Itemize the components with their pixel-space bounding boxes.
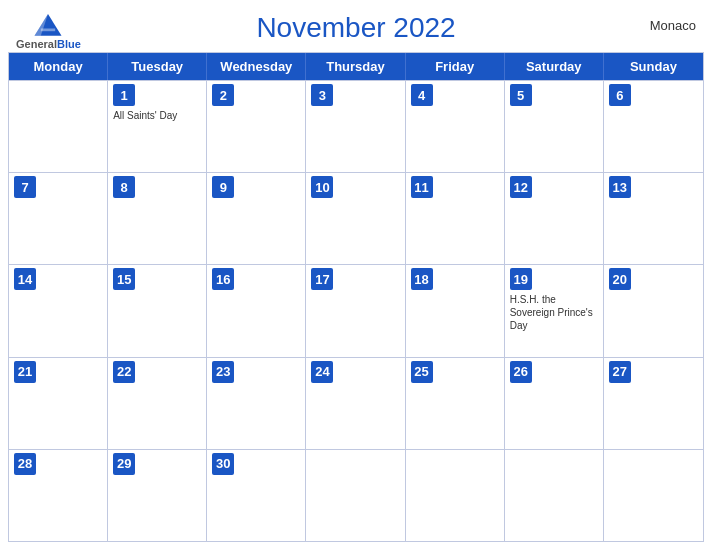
day-number: 10 [311,176,333,198]
day-number: 29 [113,453,135,475]
logo-icon [30,10,66,38]
month-title: November 2022 [256,12,455,44]
day-number: 28 [14,453,36,475]
day-number: 14 [14,268,36,290]
day-cell: 26 [505,358,604,449]
day-cell: 14 [9,265,108,356]
day-cell: 6 [604,81,703,172]
day-cell: 8 [108,173,207,264]
day-header-saturday: Saturday [505,53,604,80]
day-cell: 1All Saints' Day [108,81,207,172]
day-number: 12 [510,176,532,198]
day-cell: 28 [9,450,108,541]
week-row-3: 141516171819H.S.H. the Sovereign Prince'… [9,264,703,356]
day-cell: 7 [9,173,108,264]
day-cell: 11 [406,173,505,264]
day-cell: 13 [604,173,703,264]
day-number: 26 [510,361,532,383]
day-number: 8 [113,176,135,198]
week-row-4: 21222324252627 [9,357,703,449]
day-cell: 10 [306,173,405,264]
day-header-monday: Monday [9,53,108,80]
day-cell: 9 [207,173,306,264]
day-header-thursday: Thursday [306,53,405,80]
week-row-2: 78910111213 [9,172,703,264]
day-cell: 12 [505,173,604,264]
day-header-tuesday: Tuesday [108,53,207,80]
logo-blue: Blue [57,38,81,50]
day-cell: 16 [207,265,306,356]
day-cell: 4 [406,81,505,172]
day-cell: 20 [604,265,703,356]
day-cell [604,450,703,541]
day-cell: 25 [406,358,505,449]
day-number: 23 [212,361,234,383]
day-cell: 15 [108,265,207,356]
day-cell: 21 [9,358,108,449]
calendar-container: General Blue November 2022 Monaco Monday… [0,0,712,550]
day-number: 4 [411,84,433,106]
day-cell [306,450,405,541]
day-number: 15 [113,268,135,290]
calendar-header: General Blue November 2022 Monaco [0,0,712,52]
weeks-container: 1All Saints' Day234567891011121314151617… [9,80,703,541]
day-cell: 17 [306,265,405,356]
day-number: 9 [212,176,234,198]
day-cell: 19H.S.H. the Sovereign Prince's Day [505,265,604,356]
day-number: 13 [609,176,631,198]
day-cell: 24 [306,358,405,449]
logo-general: General [16,38,57,50]
day-cell: 29 [108,450,207,541]
day-number: 19 [510,268,532,290]
day-number: 30 [212,453,234,475]
day-event: H.S.H. the Sovereign Prince's Day [510,293,598,332]
day-number: 24 [311,361,333,383]
day-header-wednesday: Wednesday [207,53,306,80]
day-cell: 30 [207,450,306,541]
day-number: 11 [411,176,433,198]
day-number: 16 [212,268,234,290]
day-number: 27 [609,361,631,383]
day-number: 18 [411,268,433,290]
week-row-1: 1All Saints' Day23456 [9,80,703,172]
day-cell: 2 [207,81,306,172]
day-headers: MondayTuesdayWednesdayThursdayFridaySatu… [9,53,703,80]
day-number: 6 [609,84,631,106]
day-number: 1 [113,84,135,106]
day-cell [505,450,604,541]
day-header-sunday: Sunday [604,53,703,80]
day-cell [9,81,108,172]
day-number: 20 [609,268,631,290]
logo: General Blue [16,10,81,50]
week-row-5: 282930 [9,449,703,541]
day-cell: 3 [306,81,405,172]
day-cell [406,450,505,541]
day-number: 17 [311,268,333,290]
day-cell: 5 [505,81,604,172]
svg-rect-2 [41,29,55,32]
day-cell: 23 [207,358,306,449]
day-number: 22 [113,361,135,383]
day-event: All Saints' Day [113,109,201,122]
calendar-grid: MondayTuesdayWednesdayThursdayFridaySatu… [8,52,704,542]
country-label: Monaco [650,18,696,33]
day-number: 3 [311,84,333,106]
day-header-friday: Friday [406,53,505,80]
day-cell: 18 [406,265,505,356]
day-number: 2 [212,84,234,106]
day-cell: 22 [108,358,207,449]
day-cell: 27 [604,358,703,449]
day-number: 25 [411,361,433,383]
day-number: 5 [510,84,532,106]
day-number: 21 [14,361,36,383]
day-number: 7 [14,176,36,198]
